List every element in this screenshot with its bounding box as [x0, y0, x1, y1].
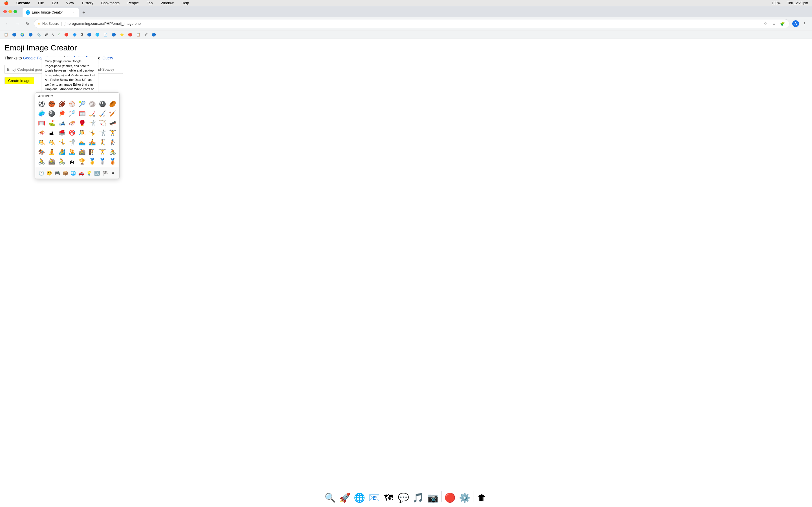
bookmark-item[interactable]: 🔵: [27, 32, 35, 37]
emoji-cell[interactable]: 🚴: [37, 157, 46, 166]
emoji-cell[interactable]: ⚽: [37, 100, 46, 108]
travel-category-button[interactable]: 🌐: [69, 169, 77, 177]
bookmark-item[interactable]: 🔵: [150, 32, 158, 37]
emoji-cell[interactable]: 🥌: [57, 128, 66, 137]
bookmark-item[interactable]: 🔷: [71, 32, 79, 37]
maximize-window-button[interactable]: [13, 10, 17, 13]
bookmark-item[interactable]: 🌍: [18, 32, 26, 37]
emoji-cell[interactable]: 🥈: [98, 157, 107, 166]
emoji-cell[interactable]: 🥏: [37, 109, 46, 118]
smileys-category-button[interactable]: 😊: [45, 169, 53, 177]
bookmark-item[interactable]: 📄: [102, 32, 109, 37]
emoji-cell[interactable]: 🎯: [67, 128, 77, 137]
emoji-cell[interactable]: 🥉: [108, 157, 117, 166]
emoji-cell[interactable]: 🛹: [108, 119, 117, 128]
tab-close-button[interactable]: ×: [71, 10, 76, 15]
menu-bookmarks[interactable]: Bookmarks: [100, 1, 121, 5]
emoji-cell[interactable]: 🛷: [67, 119, 77, 128]
menu-view[interactable]: View: [64, 1, 75, 5]
emoji-cell[interactable]: 🎱: [47, 109, 56, 118]
emoji-cell[interactable]: 🤽: [67, 147, 77, 156]
emoji-cell[interactable]: 🤼: [78, 128, 87, 137]
emoji-cell[interactable]: 🤸: [88, 128, 97, 137]
forward-button[interactable]: →: [13, 20, 21, 27]
jquery-link[interactable]: jQuery: [101, 56, 113, 60]
emoji-cell[interactable]: 🤼: [47, 138, 56, 147]
menu-window[interactable]: Window: [159, 1, 175, 5]
activities-category-button active[interactable]: 🎮: [53, 169, 61, 177]
misc-category-button[interactable]: 🔣: [93, 169, 101, 177]
new-tab-button[interactable]: +: [80, 9, 88, 17]
emoji-cell[interactable]: 🏈: [57, 100, 66, 108]
emoji-cell[interactable]: 🥅: [78, 109, 87, 118]
emoji-cell[interactable]: 🏸: [67, 109, 77, 118]
reload-button[interactable]: ↻: [24, 20, 32, 27]
emoji-cell[interactable]: 🤺: [98, 128, 107, 137]
recent-category-button[interactable]: 🕐: [38, 169, 45, 177]
bookmark-item[interactable]: 🔵: [86, 32, 93, 37]
objects-category-button[interactable]: 📦: [61, 169, 69, 177]
emoji-cell[interactable]: 🚵: [78, 147, 87, 156]
bookmark-item[interactable]: 🖊: [143, 32, 149, 37]
apple-menu[interactable]: 🍎: [2, 1, 10, 5]
emoji-cell[interactable]: 🏒: [88, 109, 97, 118]
emoji-cell[interactable]: 🏓: [57, 109, 66, 118]
emoji-cell[interactable]: 🤺: [67, 138, 77, 147]
bookmark-item[interactable]: ⭐: [118, 32, 126, 37]
menu-history[interactable]: History: [80, 1, 95, 5]
bookmark-item[interactable]: 🌐: [94, 32, 101, 37]
flags-category-button[interactable]: 🏁: [101, 169, 109, 177]
bookmark-item[interactable]: A: [50, 33, 55, 37]
emoji-cell[interactable]: 🛷: [37, 128, 46, 137]
back-button[interactable]: ←: [3, 20, 11, 27]
emoji-cell[interactable]: 🎿: [57, 119, 66, 128]
menu-tab[interactable]: Tab: [145, 1, 154, 5]
emoji-cell[interactable]: 🚴: [108, 147, 117, 156]
emoji-cell[interactable]: 🥅: [37, 119, 46, 128]
bookmark-item[interactable]: 🔵: [110, 32, 117, 37]
emoji-cell[interactable]: 🚣: [88, 138, 97, 147]
bookmark-item[interactable]: 🔴: [63, 32, 70, 37]
emoji-cell[interactable]: 🏉: [108, 100, 117, 108]
bookmark-item[interactable]: G: [79, 32, 85, 37]
create-image-button[interactable]: Create Image: [4, 77, 34, 84]
emoji-cell[interactable]: 🏹: [98, 119, 107, 128]
url-bar[interactable]: ⚠ Not Secure | rjmprogramming.com.au/PHP…: [34, 19, 406, 28]
emoji-cell[interactable]: 🏊: [78, 138, 87, 147]
emoji-cell[interactable]: ⛳: [47, 119, 56, 128]
close-window-button[interactable]: [3, 10, 7, 13]
menu-people[interactable]: People: [126, 1, 140, 5]
bookmark-item[interactable]: ✓: [56, 32, 62, 37]
more-category-button[interactable]: »: [109, 169, 117, 177]
emoji-cell[interactable]: 🧗: [88, 147, 97, 156]
bookmark-item[interactable]: 🔴: [126, 32, 134, 37]
emoji-cell[interactable]: 🎾: [78, 100, 87, 108]
menu-edit[interactable]: Edit: [50, 1, 60, 5]
emoji-cell[interactable]: 🏍: [67, 157, 77, 166]
bookmark-item[interactable]: 📋: [2, 32, 10, 37]
emoji-cell[interactable]: 🏋: [108, 128, 117, 137]
emoji-cell[interactable]: 🏇: [37, 147, 46, 156]
active-tab[interactable]: 🌐 Emoji Image Creator ×: [22, 8, 79, 17]
bookmark-item[interactable]: 📎: [35, 32, 43, 37]
menu-chrome[interactable]: Chrome: [15, 1, 32, 5]
vehicles-category-button[interactable]: 🚗: [77, 169, 85, 177]
emoji-cell[interactable]: 🎱: [98, 100, 107, 108]
emoji-cell[interactable]: 🏆: [78, 157, 87, 166]
emoji-cell[interactable]: ⛸: [47, 128, 56, 137]
emoji-cell[interactable]: 🏏: [108, 109, 117, 118]
menu-file[interactable]: File: [36, 1, 46, 5]
emoji-cell[interactable]: 🤾: [98, 138, 107, 147]
emoji-cell[interactable]: 🏋: [98, 147, 107, 156]
emoji-cell[interactable]: 🏀: [47, 100, 56, 108]
emoji-cell[interactable]: 🏄: [57, 147, 66, 156]
emoji-cell[interactable]: 🤸: [57, 138, 66, 147]
emoji-cell[interactable]: 🥇: [88, 157, 97, 166]
symbols-category-button[interactable]: 💡: [85, 169, 93, 177]
emoji-cell[interactable]: 🧘: [47, 147, 56, 156]
emoji-cell[interactable]: 🏑: [98, 109, 107, 118]
emoji-cell[interactable]: 🚴: [57, 157, 66, 166]
emoji-cell[interactable]: 🥊: [78, 119, 87, 128]
bookmark-item[interactable]: W: [43, 33, 49, 37]
emoji-cell[interactable]: 🚵: [47, 157, 56, 166]
